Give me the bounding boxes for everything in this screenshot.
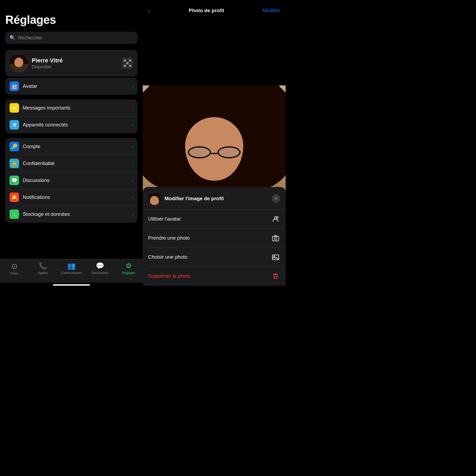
tab-reglages-icon: ⚙ bbox=[126, 262, 132, 270]
gallery-option-icon bbox=[271, 252, 280, 262]
avatar-menu-item[interactable]: 🤖 Avatar › bbox=[5, 78, 138, 95]
use-avatar-option[interactable]: Utiliser l'avatar bbox=[143, 209, 286, 228]
compte-chevron-icon: › bbox=[132, 144, 133, 149]
page-title: Réglages bbox=[5, 13, 138, 26]
bell-icon: 🔔 bbox=[10, 193, 19, 202]
qr-icon bbox=[124, 59, 131, 67]
avatar-option-icon bbox=[271, 214, 280, 224]
appareils-connectes-label: Appareils connectés bbox=[23, 122, 128, 128]
profile-name: Pierre Vitré bbox=[32, 57, 118, 64]
appareils-chevron-icon: › bbox=[132, 122, 133, 128]
avatar-chevron-icon: › bbox=[132, 84, 133, 89]
appareils-connectes-item[interactable]: 🖥 Appareils connectés › bbox=[5, 116, 138, 133]
messages-chevron-icon: › bbox=[132, 105, 133, 111]
choose-photo-label: Choisir une photo bbox=[148, 254, 271, 260]
back-button[interactable]: ‹ bbox=[148, 7, 150, 15]
notifications-chevron-icon: › bbox=[132, 195, 133, 200]
tab-reglages-label: Réglages bbox=[122, 271, 135, 275]
trash-option-icon bbox=[271, 271, 280, 281]
tab-communautes-label: Communautés bbox=[61, 271, 82, 275]
back-chevron-icon: ‹ bbox=[148, 7, 150, 15]
use-avatar-label: Utiliser l'avatar bbox=[148, 216, 271, 222]
sheet-avatar-skin bbox=[150, 196, 159, 205]
tab-actus-label: Actus bbox=[10, 272, 18, 275]
delete-photo-label: Supprimer la photo bbox=[148, 273, 271, 279]
star-icon: ★ bbox=[10, 103, 19, 113]
sheet-title: Modifier l'image de profil bbox=[164, 196, 268, 202]
notifications-label: Notifications bbox=[23, 194, 128, 200]
glasses-right bbox=[217, 146, 241, 158]
camera-option-icon bbox=[271, 233, 280, 243]
device-icon: 🖥 bbox=[10, 120, 19, 130]
take-photo-label: Prendre une photo bbox=[148, 235, 271, 241]
search-bar[interactable]: 🔍 Rechercher bbox=[5, 32, 138, 44]
confidentialite-label: Confidentialité bbox=[23, 161, 128, 166]
glasses-left bbox=[188, 146, 211, 158]
tab-actus-icon: ⊙ bbox=[11, 262, 17, 271]
tab-actus[interactable]: ⊙ Actus bbox=[0, 262, 29, 275]
avatar-face bbox=[10, 54, 28, 72]
lock-icon: 🔒 bbox=[10, 159, 19, 168]
close-icon: ✕ bbox=[274, 196, 278, 201]
delete-photo-option[interactable]: Supprimer la photo bbox=[143, 267, 286, 286]
bottom-sheet: Modifier l'image de profil ✕ Utiliser l'… bbox=[143, 187, 286, 286]
compte-label: Compte bbox=[23, 144, 128, 149]
sheet-header: Modifier l'image de profil ✕ bbox=[143, 192, 286, 209]
tab-reglages[interactable]: ⚙ Réglages bbox=[114, 262, 143, 275]
discussions-chevron-icon: › bbox=[132, 178, 133, 183]
avatar-skin bbox=[14, 58, 23, 67]
left-panel: Réglages 🔍 Rechercher Pierre Vitré Dispo… bbox=[0, 0, 143, 286]
tab-appels-label: Appels bbox=[38, 271, 48, 275]
take-photo-option[interactable]: Prendre une photo bbox=[143, 228, 286, 248]
compte-item[interactable]: 🔑 Compte › bbox=[5, 138, 138, 155]
storage-icon: ↕ bbox=[10, 209, 19, 219]
sheet-close-button[interactable]: ✕ bbox=[272, 194, 280, 203]
search-icon: 🔍 bbox=[10, 35, 15, 41]
tab-communautes-icon: 👥 bbox=[67, 262, 76, 270]
chat-icon: 💬 bbox=[10, 176, 19, 185]
discussions-item[interactable]: 💬 Discussions › bbox=[5, 172, 138, 189]
profile-status: Disponible bbox=[32, 65, 118, 69]
discussions-label: Discussions bbox=[23, 177, 128, 183]
profile-card[interactable]: Pierre Vitré Disponible bbox=[5, 50, 138, 77]
tab-appels-icon: 📞 bbox=[39, 262, 47, 270]
avatar-section: 🤖 Avatar › bbox=[5, 78, 138, 95]
glasses-bridge bbox=[211, 153, 217, 154]
confidentialite-item[interactable]: 🔒 Confidentialité › bbox=[5, 155, 138, 172]
avatar bbox=[10, 54, 28, 72]
messages-importants-item[interactable]: ★ Messages importants › bbox=[5, 99, 138, 116]
profile-info: Pierre Vitré Disponible bbox=[32, 57, 118, 69]
avatar-label: Avatar bbox=[23, 83, 128, 89]
tab-communautes[interactable]: 👥 Communautés bbox=[57, 262, 86, 275]
svg-point-3 bbox=[274, 237, 277, 240]
tab-discussions[interactable]: 💬 Discussions bbox=[86, 262, 114, 275]
choose-photo-option[interactable]: Choisir une photo bbox=[143, 248, 286, 267]
section3: 🔑 Compte › 🔒 Confidentialité › 💬 Discuss… bbox=[5, 138, 138, 223]
stockage-label: Stockage et données bbox=[23, 211, 128, 217]
settings-scroll: Réglages 🔍 Rechercher Pierre Vitré Dispo… bbox=[0, 0, 143, 259]
search-input[interactable]: Rechercher bbox=[18, 35, 43, 41]
sheet-options: Utiliser l'avatar Prendre une photo bbox=[143, 209, 286, 286]
tab-bar: ⊙ Actus 📞 Appels 👥 Communautés 💬 Discuss… bbox=[0, 259, 143, 283]
tab-appels[interactable]: 📞 Appels bbox=[29, 262, 57, 275]
notifications-item[interactable]: 🔔 Notifications › bbox=[5, 189, 138, 206]
stockage-chevron-icon: › bbox=[132, 212, 133, 217]
glasses-large bbox=[188, 146, 241, 158]
tab-discussions-label: Discussions bbox=[91, 271, 108, 275]
right-nav: ‹ Photo de profil Modifier bbox=[143, 3, 286, 19]
section2: ★ Messages importants › 🖥 Appareils conn… bbox=[5, 99, 138, 133]
tab-discussions-icon: 💬 bbox=[96, 262, 104, 270]
sheet-avatar-face bbox=[148, 192, 161, 205]
stockage-item[interactable]: ↕ Stockage et données › bbox=[5, 206, 138, 223]
photo-area: Modifier l'image de profil ✕ Utiliser l'… bbox=[143, 19, 286, 286]
nav-title: Photo de profil bbox=[189, 8, 224, 13]
qr-button[interactable] bbox=[122, 57, 133, 69]
avatar-icon: 🤖 bbox=[10, 81, 19, 91]
confidentialite-chevron-icon: › bbox=[132, 161, 133, 166]
modifier-button[interactable]: Modifier bbox=[262, 8, 280, 13]
home-indicator bbox=[53, 284, 90, 286]
right-panel: ‹ Photo de profil Modifier bbox=[143, 0, 286, 286]
key-icon: 🔑 bbox=[10, 142, 19, 151]
messages-importants-label: Messages importants bbox=[23, 105, 128, 111]
sheet-avatar bbox=[148, 192, 161, 205]
